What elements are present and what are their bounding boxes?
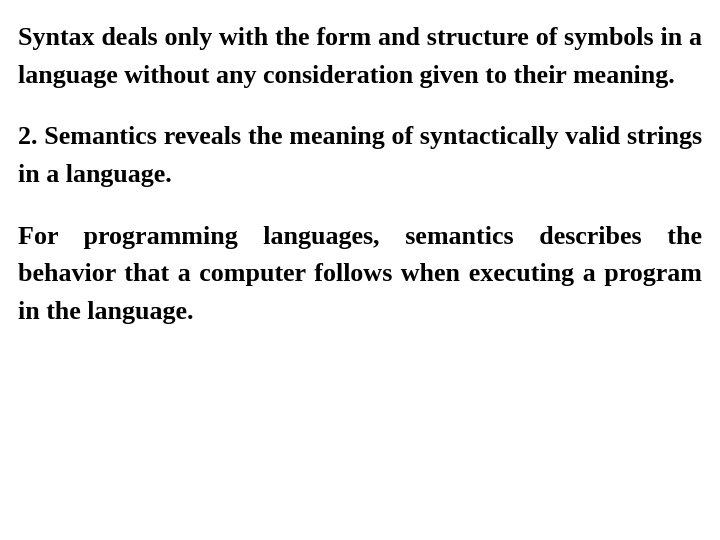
- paragraph-programming: For programming languages, semantics des…: [18, 217, 702, 330]
- paragraph-syntax: Syntax deals only with the form and stru…: [18, 18, 702, 93]
- paragraph-semantics: 2. Semantics reveals the meaning of synt…: [18, 117, 702, 192]
- main-content: Syntax deals only with the form and stru…: [0, 0, 720, 540]
